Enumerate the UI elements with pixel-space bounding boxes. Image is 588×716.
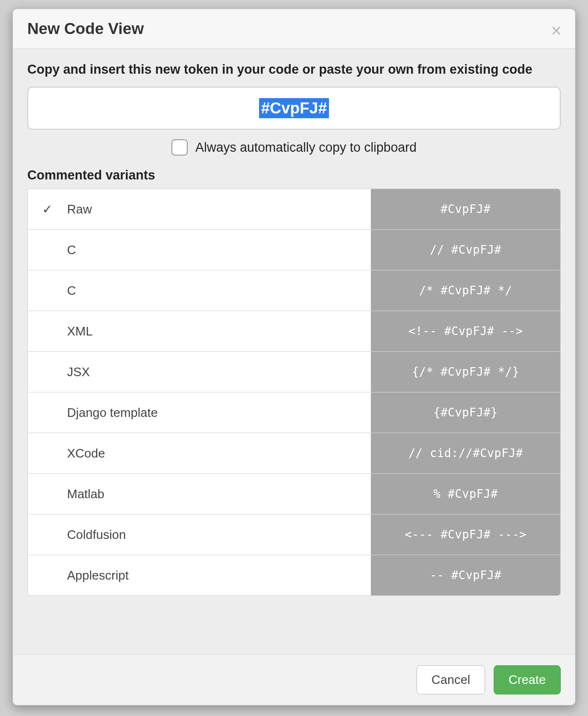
variant-row[interactable]: JSX{/* #CvpFJ# */} [28,352,560,392]
variant-label-cell[interactable]: XCode [28,433,371,473]
cancel-button[interactable]: Cancel [417,665,485,694]
variant-label: C [67,283,76,298]
variant-code[interactable]: <--- #CvpFJ# ---> [371,515,560,555]
variant-row[interactable]: XCode// cid://#CvpFJ# [28,433,560,474]
variant-label-cell[interactable]: Coldfusion [28,515,371,555]
token-value: #CvpFJ# [259,98,329,118]
variant-code[interactable]: /* #CvpFJ# */ [371,270,560,311]
token-input[interactable]: #CvpFJ# [27,87,561,130]
auto-copy-checkbox[interactable] [171,139,188,156]
variant-label: C [67,243,76,257]
auto-copy-row: Always automatically copy to clipboard [27,139,561,156]
variant-label-cell[interactable]: Django template [28,392,371,433]
variant-row[interactable]: ✓Raw#CvpFJ# [28,189,560,230]
variant-label: Matlab [67,487,104,502]
variant-label-cell[interactable]: C [28,230,371,270]
variant-code[interactable]: -- #CvpFJ# [371,555,560,595]
variant-code[interactable]: {/* #CvpFJ# */} [371,352,560,392]
variant-label: XCode [67,446,105,461]
variant-row[interactable]: C/* #CvpFJ# */ [28,270,560,311]
auto-copy-label: Always automatically copy to clipboard [195,140,417,155]
variant-label-cell[interactable]: ✓Raw [28,189,371,229]
check-icon: ✓ [39,202,56,217]
variant-code[interactable]: // cid://#CvpFJ# [371,433,560,473]
modal-body: Copy and insert this new token in your c… [13,49,575,654]
variant-label-cell[interactable]: XML [28,311,371,351]
variant-code[interactable]: % #CvpFJ# [371,474,560,514]
variant-code[interactable]: // #CvpFJ# [371,230,560,270]
variant-label: Django template [67,405,158,420]
variants-list: ✓Raw#CvpFJ#C// #CvpFJ#C/* #CvpFJ# */XML<… [27,189,561,596]
new-code-view-modal: New Code View × Copy and insert this new… [12,9,576,705]
modal-title: New Code View [27,20,144,38]
instruction-text: Copy and insert this new token in your c… [27,61,561,78]
create-button[interactable]: Create [494,665,561,694]
variant-label-cell[interactable]: Applescript [28,555,371,595]
variant-row[interactable]: C// #CvpFJ# [28,230,560,270]
variant-row[interactable]: XML<!-- #CvpFJ# --> [28,311,560,352]
variant-row[interactable]: Matlab% #CvpFJ# [28,474,560,515]
variant-code[interactable]: {#CvpFJ#} [371,392,560,433]
variant-code[interactable]: #CvpFJ# [371,189,560,229]
variant-label: JSX [67,365,90,380]
variant-label-cell[interactable]: JSX [28,352,371,392]
modal-footer: Cancel Create [13,654,575,705]
variant-label: Applescript [67,568,129,583]
variant-row[interactable]: Applescript-- #CvpFJ# [28,555,560,595]
variant-row[interactable]: Django template{#CvpFJ#} [28,392,560,433]
variant-label: Raw [67,202,92,217]
variant-label: XML [67,324,92,339]
variants-heading: Commented variants [27,168,561,183]
variant-label-cell[interactable]: Matlab [28,474,371,514]
variant-row[interactable]: Coldfusion<--- #CvpFJ# ---> [28,515,560,555]
variant-label-cell[interactable]: C [28,270,371,311]
close-icon[interactable]: × [551,22,562,40]
modal-header: New Code View × [13,9,575,49]
variant-code[interactable]: <!-- #CvpFJ# --> [371,311,560,351]
variant-label: Coldfusion [67,527,126,542]
